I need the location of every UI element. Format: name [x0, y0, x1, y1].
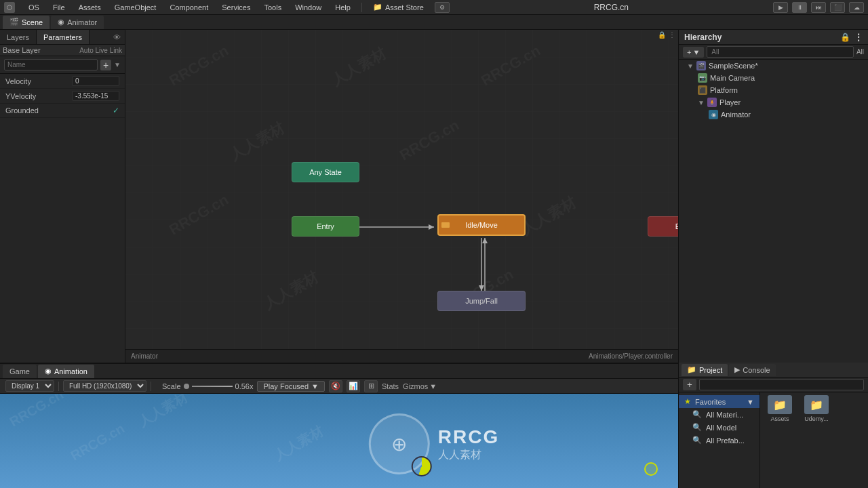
proj-item-model[interactable]: 🔍 All Model — [679, 421, 760, 434]
visibility-btn[interactable]: 👁 — [113, 33, 121, 41]
wm3: RRCG.cn — [68, 421, 127, 464]
settings-btn[interactable]: ⚙ — [435, 2, 450, 13]
chevron-icon: ▼ — [114, 61, 121, 68]
tab-project[interactable]: 📁 Project — [682, 364, 728, 376]
project-toolbar: + — [679, 378, 868, 392]
param-velocity: Velocity — [0, 74, 125, 89]
playmode-controls: ▶ ⏸ ⏭ ⬛ ☁ — [773, 2, 864, 13]
tab-animator[interactable]: ◉ Animator — [51, 16, 104, 29]
folder-icon-assets: 📁 — [768, 395, 792, 414]
left-panel: Layers Parameters 👁 Base Layer Auto Live… — [0, 30, 125, 363]
project-add-btn[interactable]: + — [683, 379, 696, 390]
scale-row: Scale 0.56x — [162, 382, 253, 390]
gizmos-btn[interactable]: Gizmos ▼ — [403, 382, 437, 390]
node-idle-move[interactable]: Idle/Move — [437, 214, 526, 236]
chevron-icon: ▼ — [311, 382, 319, 390]
project-search-input[interactable] — [699, 379, 864, 390]
mute-btn[interactable]: 🔇 — [329, 380, 342, 392]
folder-icon: 📁 — [373, 3, 382, 12]
project-content: ★ Favorites ▼ 🔍 All Materi... 🔍 All Mode… — [679, 392, 868, 488]
account-btn[interactable]: ☁ — [849, 2, 864, 13]
tab-game[interactable]: Game — [3, 365, 37, 378]
hier-label-maincamera: Main Camera — [710, 74, 755, 82]
node-entry[interactable]: Entry — [292, 216, 359, 237]
param-search-row: + ▼ — [0, 56, 125, 74]
play-button[interactable]: ▶ — [773, 2, 788, 13]
display-select[interactable]: Display 1 — [5, 380, 54, 392]
hier-item-maincamera[interactable]: 📷 Main Camera — [679, 72, 868, 84]
proj-item-favorites[interactable]: ★ Favorites ▼ — [679, 395, 760, 408]
tab-animation[interactable]: ◉ Animation — [38, 365, 94, 378]
param-grounded-check[interactable]: ✓ — [113, 106, 119, 115]
node-exit[interactable]: Exit — [648, 216, 678, 237]
progress-indicator — [412, 456, 432, 476]
tab-layers[interactable]: Layers — [0, 30, 37, 44]
project-sidebar: ★ Favorites ▼ 🔍 All Materi... 🔍 All Mode… — [679, 392, 760, 488]
app-title: RRCG.cn — [458, 3, 765, 12]
animator-svg — [125, 30, 678, 363]
proj-item-materials[interactable]: 🔍 All Materi... — [679, 408, 760, 421]
base-layer-label: Base Layer — [3, 46, 41, 54]
asset-folder-udemy[interactable]: 📁 Udemy... — [800, 395, 833, 422]
stats-toggle-btn[interactable]: 📊 — [347, 380, 360, 392]
grid-view-btn[interactable]: ⊞ — [364, 380, 378, 392]
lock-icon-hierarchy[interactable]: 🔒 — [840, 33, 850, 42]
scale-track[interactable] — [192, 386, 233, 387]
add-param-btn[interactable]: + — [100, 60, 111, 70]
pause-button[interactable]: ⏸ — [792, 2, 807, 13]
param-grounded: Grounded ✓ — [0, 104, 125, 118]
tab-console[interactable]: ▶ Console — [729, 364, 775, 376]
node-any-state[interactable]: Any State — [292, 162, 359, 182]
collab-btn[interactable]: ⬛ — [830, 2, 845, 13]
param-velocity-input[interactable] — [72, 76, 119, 86]
menu-os[interactable]: OS — [26, 2, 42, 13]
asset-store-btn[interactable]: 📁 Asset Store — [370, 1, 427, 13]
play-focused-btn[interactable]: Play Focused ▼ — [257, 381, 325, 392]
project-panel: 📁 Project ▶ Console + ★ Favorites ▼ — [678, 363, 868, 488]
menu-tools[interactable]: Tools — [261, 2, 284, 13]
auto-live-link[interactable]: Auto Live Link — [79, 47, 122, 54]
hier-item-animator[interactable]: ◉ Animator — [679, 108, 868, 121]
param-yvelocity-label: YVelocity — [5, 92, 68, 100]
animator-canvas-area[interactable]: RRCG.cn 人人素材 RRCG.cn 人人素材 RRCG.cn RRCG.c… — [125, 30, 678, 363]
menu-gameobject[interactable]: GameObject — [112, 2, 159, 13]
hier-item-player[interactable]: ▼ 🧍 Player — [679, 96, 868, 108]
tab-parameters[interactable]: Parameters — [37, 30, 90, 44]
param-search-input[interactable] — [4, 59, 98, 70]
lock-icon[interactable]: 🔒 — [658, 31, 666, 39]
tab-scene[interactable]: 🎬 Scene — [3, 16, 50, 29]
asset-folder-assets[interactable]: 📁 Assets — [763, 395, 797, 422]
search-icon-mat: 🔍 — [692, 410, 702, 419]
hierarchy-title: Hierarchy — [684, 33, 722, 42]
app-logo: ⬡ — [4, 2, 15, 13]
expand-arrow-player: ▼ — [698, 99, 705, 106]
folder-icon-udemy: 📁 — [804, 395, 829, 414]
step-button[interactable]: ⏭ — [811, 2, 826, 13]
hierarchy-add-btn[interactable]: + ▼ — [683, 47, 704, 58]
left-panel-tabs: Layers Parameters 👁 — [0, 30, 125, 45]
menu-component[interactable]: Component — [167, 2, 211, 13]
hier-item-samplescene[interactable]: ▼ 🎬 SampleScene* — [679, 60, 868, 72]
hier-label-platform: Platform — [710, 86, 738, 94]
menu-services[interactable]: Services — [219, 2, 253, 13]
more-icon-hierarchy[interactable]: ⋮ — [854, 33, 863, 42]
menu-file[interactable]: File — [50, 2, 68, 13]
menu-help[interactable]: Help — [332, 2, 353, 13]
stats-btn[interactable]: Stats — [382, 382, 399, 390]
param-yvelocity-input[interactable] — [72, 91, 119, 101]
rrcg-logo: ⊕ RRCG 人人素材 — [369, 413, 499, 474]
hier-item-platform[interactable]: ⬛ Platform — [679, 84, 868, 96]
resolution-select[interactable]: Full HD (1920x1080) — [63, 380, 146, 392]
hier-label-animator: Animator — [721, 110, 751, 119]
menu-assets[interactable]: Assets — [76, 2, 104, 13]
menu-window[interactable]: Window — [292, 2, 324, 13]
chevron-icon: ▼ — [692, 48, 700, 56]
scale-value: 0.56x — [235, 382, 254, 390]
proj-item-prefab[interactable]: 🔍 All Prefab... — [679, 434, 760, 447]
hierarchy-search-input[interactable] — [707, 46, 854, 58]
animator-footer-right: Animations/Player.controller — [589, 352, 673, 360]
node-jump-fall[interactable]: Jump/Fall — [437, 291, 526, 311]
animator-icon: ◉ — [58, 18, 64, 26]
scale-dot — [184, 384, 189, 389]
animator-menu-icon[interactable]: ⋮ — [669, 31, 675, 39]
